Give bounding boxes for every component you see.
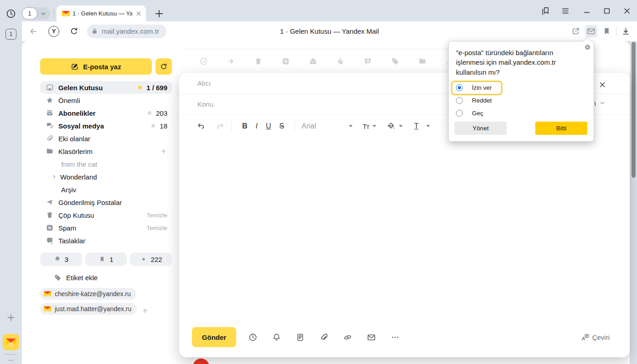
rail-add-icon[interactable]	[5, 312, 16, 323]
sidebar-folder--p-kutusu[interactable]: Çöp KutusuTemizle	[40, 209, 172, 221]
sidebar-folder-sosyal-medya[interactable]: Sosyal medya18	[40, 119, 172, 132]
add-folder-icon[interactable]	[160, 148, 167, 155]
radio-off-icon[interactable]	[456, 97, 463, 104]
mark-spam-icon[interactable]	[281, 57, 290, 66]
tab-close-icon[interactable]	[135, 10, 142, 17]
chevron-right-icon[interactable]	[51, 174, 57, 180]
sidebar-folder-taslaklar[interactable]: Taslaklar	[40, 234, 172, 247]
account-pill[interactable]: cheshire-katze@yandex.ru	[40, 288, 136, 300]
done-button[interactable]: Bitti	[535, 122, 587, 135]
caret-down-icon[interactable]	[424, 122, 433, 131]
clear-folder-link[interactable]: Temizle	[146, 225, 167, 231]
tab-group-count[interactable]: 1	[22, 7, 37, 20]
new-tab-button[interactable]	[153, 8, 165, 20]
mark-read-icon[interactable]	[309, 57, 317, 66]
filter-badge[interactable]: 222	[130, 252, 172, 266]
compose-button[interactable]: E-posta yaz	[40, 58, 152, 75]
sidebar-folder-abonelikler[interactable]: Abonelikler203	[40, 107, 172, 119]
menu-icon[interactable]	[560, 6, 570, 16]
address-bar[interactable]: mail.yandex.com.tr	[87, 25, 166, 38]
bold-button[interactable]: B	[238, 122, 252, 130]
back-icon[interactable]	[28, 26, 38, 36]
caret-down-icon[interactable]	[370, 122, 379, 131]
clear-folder-link[interactable]: Temizle	[146, 212, 167, 219]
attach-mail-icon[interactable]	[367, 333, 376, 342]
caret-down-icon[interactable]	[396, 122, 405, 131]
reminder-icon[interactable]	[363, 57, 372, 66]
redo-icon[interactable]	[216, 122, 225, 131]
schedule-send-icon[interactable]	[248, 333, 258, 342]
sidebar-folder-eki-olanlar[interactable]: Eki olanlar	[40, 132, 172, 145]
rail-more-icon[interactable]	[5, 357, 16, 364]
highlight-color-icon[interactable]	[386, 122, 395, 131]
more-icon[interactable]	[390, 333, 400, 342]
caret-down-icon[interactable]	[346, 122, 355, 131]
mail-envelope-icon	[6, 338, 16, 346]
sidebar-folder-klas-rlerim[interactable]: Klasörlerim	[40, 145, 172, 158]
undo-icon[interactable]	[197, 122, 206, 131]
text-color-button[interactable]: T	[410, 122, 423, 130]
label-icon[interactable]	[391, 57, 399, 66]
attach-disk-icon[interactable]	[343, 333, 352, 342]
translate-button[interactable]: Çeviri	[581, 333, 610, 342]
rail-tab-counter[interactable]: 1	[5, 29, 16, 40]
template-icon[interactable]	[295, 333, 305, 342]
tab-group-pill[interactable]: 1	[22, 7, 50, 20]
sidebar-folder-spam[interactable]: SpamTemizle	[40, 221, 172, 234]
yandex-mail-app-icon[interactable]	[3, 334, 19, 350]
message-body[interactable]	[179, 138, 630, 321]
account-pill[interactable]: just.mad.hatter@yandex.ru	[40, 303, 137, 315]
move-folder-icon[interactable]	[418, 57, 427, 66]
maximize-icon[interactable]	[602, 6, 612, 16]
add-account-icon[interactable]	[141, 307, 149, 314]
bookmark-icon[interactable]	[602, 26, 611, 36]
dialog-option-i-zin-ver[interactable]: İzin ver	[449, 82, 594, 94]
add-label-button[interactable]: Etiket ekle	[40, 271, 172, 284]
strikethrough-button[interactable]: S	[275, 122, 289, 130]
send-button[interactable]: Gönder	[192, 327, 236, 347]
window-close-icon[interactable]	[622, 6, 632, 16]
refresh-button[interactable]	[155, 58, 172, 75]
dialog-close-icon[interactable]	[584, 44, 591, 51]
forward-icon[interactable]	[227, 57, 235, 66]
filter-badge[interactable]: 3	[40, 252, 82, 266]
sidebar-folder-from-the-cat[interactable]: from the cat	[40, 158, 172, 170]
font-size-button[interactable]: Tт	[363, 123, 369, 130]
radio-off-icon[interactable]	[456, 110, 463, 117]
download-icon[interactable]	[621, 26, 631, 36]
url-text[interactable]: mail.yandex.com.tr	[102, 27, 159, 35]
history-icon[interactable]	[5, 8, 16, 19]
select-check-icon[interactable]	[199, 57, 208, 66]
underline-button[interactable]: U	[262, 122, 275, 130]
minimize-icon[interactable]	[582, 6, 592, 16]
delete-icon[interactable]	[254, 57, 263, 66]
snooze-icon[interactable]	[336, 57, 345, 66]
sidebar-folder--nemli[interactable]: Önemli	[40, 94, 172, 107]
filter-badge[interactable]: 1	[85, 252, 127, 266]
mail-handler-icon[interactable]	[585, 25, 597, 37]
browser-tab[interactable]: 1 · Gelen Kutusu — Yand	[57, 5, 146, 21]
notify-icon[interactable]	[272, 333, 281, 342]
dialog-option-reddet[interactable]: Reddet	[449, 94, 594, 107]
sidebar-folder-ar-iv[interactable]: Arşiv	[40, 183, 172, 196]
dialog-option-ge-[interactable]: Geç	[449, 107, 594, 120]
page-scrollbar[interactable]	[632, 42, 636, 178]
yandex-button[interactable]: Y	[48, 26, 59, 37]
attach-file-icon[interactable]	[319, 333, 329, 342]
chevron-down-icon[interactable]	[39, 10, 47, 18]
close-compose-icon[interactable]	[598, 80, 607, 89]
font-select[interactable]: Arial	[301, 122, 345, 130]
bookmarks-panel-icon[interactable]	[540, 6, 550, 16]
bell-icon	[54, 256, 61, 263]
sidebar-folder-gelen-kutusu[interactable]: Gelen Kutusu1 / 699	[40, 81, 172, 94]
manage-button[interactable]: Yönet	[455, 122, 507, 135]
collapse-compose-icon[interactable]	[598, 99, 606, 107]
share-icon[interactable]	[571, 26, 580, 36]
reload-icon[interactable]	[69, 26, 79, 36]
sidebar-folder-wonderland[interactable]: Wonderland	[40, 170, 172, 183]
italic-button[interactable]: I	[252, 122, 262, 130]
sidebar-folder-g-nderilmi-postalar[interactable]: Gönderilmiş Postalar	[40, 196, 172, 209]
option-label: İzin ver	[472, 84, 492, 91]
badge-count: 3	[65, 256, 68, 263]
radio-on-icon[interactable]	[456, 84, 463, 91]
